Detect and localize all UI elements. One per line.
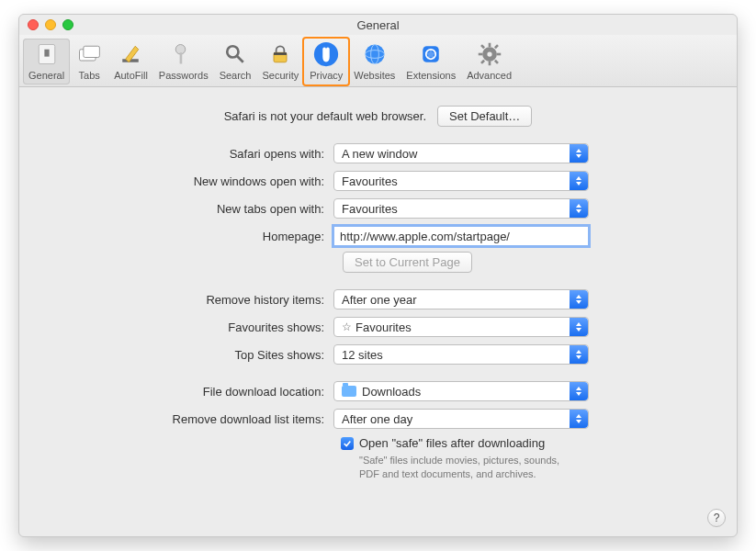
toolbar-tab-advanced[interactable]: Advanced (461, 39, 517, 84)
select-arrows-icon (570, 345, 588, 364)
svg-rect-25 (494, 44, 499, 49)
search-icon (221, 40, 249, 68)
general-icon (33, 40, 61, 68)
preferences-window: General General Tabs AutoFill Passwords (18, 14, 738, 537)
remove-history-value: After one year (342, 293, 417, 307)
select-arrows-icon (570, 199, 588, 218)
new-tabs-label: New tabs open with: (39, 202, 333, 216)
svg-rect-1 (44, 50, 49, 57)
preferences-toolbar: General Tabs AutoFill Passwords Search (19, 35, 737, 87)
open-safe-files-checkbox[interactable] (341, 437, 354, 450)
download-settings-block: File download location: Downloads Remove… (39, 381, 717, 481)
general-pane: Safari is not your default web browser. … (19, 87, 737, 496)
toolbar-tab-privacy[interactable]: Privacy (304, 39, 348, 84)
toolbar-tab-label: Websites (354, 70, 395, 81)
gear-icon (476, 40, 503, 68)
toolbar-tab-passwords[interactable]: Passwords (153, 39, 214, 84)
svg-point-18 (487, 51, 491, 56)
history-settings-block: Remove history items: After one year Fav… (39, 289, 717, 365)
traffic-lights (28, 19, 73, 30)
extensions-icon (417, 40, 445, 68)
svg-rect-20 (488, 62, 491, 65)
favourites-shows-select[interactable]: ☆ Favourites (333, 317, 589, 337)
key-icon (170, 40, 197, 68)
svg-rect-22 (497, 53, 501, 56)
default-browser-row: Safari is not your default web browser. … (39, 106, 717, 127)
toolbar-tab-search[interactable]: Search (214, 39, 257, 84)
remove-downloads-value: After one day (342, 412, 412, 426)
svg-rect-3 (84, 46, 100, 57)
opens-with-select[interactable]: A new window (333, 143, 589, 163)
window-title: General (356, 18, 399, 32)
help-button[interactable]: ? (707, 509, 726, 527)
help-label: ? (714, 512, 720, 524)
svg-point-7 (227, 46, 238, 57)
toolbar-tab-label: Advanced (467, 70, 512, 81)
svg-rect-24 (494, 60, 499, 64)
new-tabs-value: Favourites (342, 202, 398, 216)
svg-point-12 (365, 45, 384, 64)
titlebar: General (19, 15, 737, 35)
toolbar-tab-label: Extensions (406, 70, 456, 81)
top-sites-select[interactable]: 12 sites (333, 344, 589, 365)
remove-downloads-label: Remove download list items: (39, 412, 333, 426)
toolbar-tab-websites[interactable]: Websites (348, 39, 401, 84)
new-windows-value: Favourites (342, 174, 398, 188)
favourites-shows-label: Favourites shows: (39, 320, 333, 334)
open-safe-files-label[interactable]: Open "safe" files after downloading (359, 436, 545, 450)
zoom-window-button[interactable] (62, 19, 73, 30)
new-tabs-select[interactable]: Favourites (333, 198, 589, 219)
svg-point-11 (314, 42, 338, 66)
new-windows-select[interactable]: Favourites (333, 171, 589, 191)
top-sites-value: 12 sites (342, 348, 383, 362)
toolbar-tab-label: Passwords (159, 70, 209, 81)
globe-icon (361, 40, 389, 68)
select-arrows-icon (570, 382, 588, 400)
startup-settings-block: Safari opens with: A new window New wind… (39, 143, 717, 273)
toolbar-tab-extensions[interactable]: Extensions (401, 39, 461, 84)
top-sites-label: Top Sites shows: (39, 348, 333, 362)
default-browser-message: Safari is not your default web browser. (224, 109, 426, 123)
new-windows-label: New windows open with: (39, 174, 333, 188)
remove-history-select[interactable]: After one year (333, 289, 589, 309)
svg-rect-26 (480, 60, 485, 64)
set-default-button[interactable]: Set Default… (437, 106, 532, 127)
homepage-label: Homepage: (39, 230, 333, 243)
open-safe-files-row: Open "safe" files after downloading (39, 436, 717, 450)
toolbar-tab-autofill[interactable]: AutoFill (108, 39, 153, 84)
toolbar-tab-label: General (28, 70, 64, 81)
remove-downloads-select[interactable]: After one day (333, 409, 589, 429)
select-arrows-icon (570, 144, 588, 163)
download-location-value: Downloads (362, 385, 421, 399)
select-arrows-icon (570, 318, 588, 336)
select-arrows-icon (570, 172, 588, 190)
select-arrows-icon (570, 290, 588, 309)
homepage-input[interactable] (333, 226, 589, 246)
autofill-icon (117, 40, 144, 68)
svg-rect-10 (274, 52, 287, 55)
star-icon: ☆ (342, 320, 352, 333)
hand-icon (312, 40, 340, 68)
svg-rect-6 (179, 52, 182, 63)
close-window-button[interactable] (28, 19, 39, 30)
toolbar-tab-label: Security (262, 70, 299, 81)
opens-with-label: Safari opens with: (39, 147, 333, 161)
minimize-window-button[interactable] (45, 19, 56, 30)
lock-icon (266, 40, 294, 68)
folder-icon (342, 386, 356, 397)
opens-with-value: A new window (342, 147, 417, 161)
remove-history-label: Remove history items: (39, 293, 333, 307)
toolbar-tab-security[interactable]: Security (256, 39, 304, 84)
download-location-select[interactable]: Downloads (333, 381, 589, 401)
toolbar-tab-general[interactable]: General (23, 39, 70, 84)
favourites-shows-value: Favourites (355, 320, 412, 334)
svg-rect-21 (478, 53, 481, 56)
toolbar-tab-label: Tabs (79, 70, 100, 81)
toolbar-tab-label: Search (220, 70, 252, 81)
svg-rect-19 (488, 43, 491, 47)
svg-rect-23 (480, 44, 485, 49)
toolbar-tab-tabs[interactable]: Tabs (70, 39, 108, 84)
tabs-icon (75, 40, 103, 68)
set-current-page-button[interactable]: Set to Current Page (343, 252, 472, 273)
toolbar-tab-label: Privacy (310, 70, 343, 81)
